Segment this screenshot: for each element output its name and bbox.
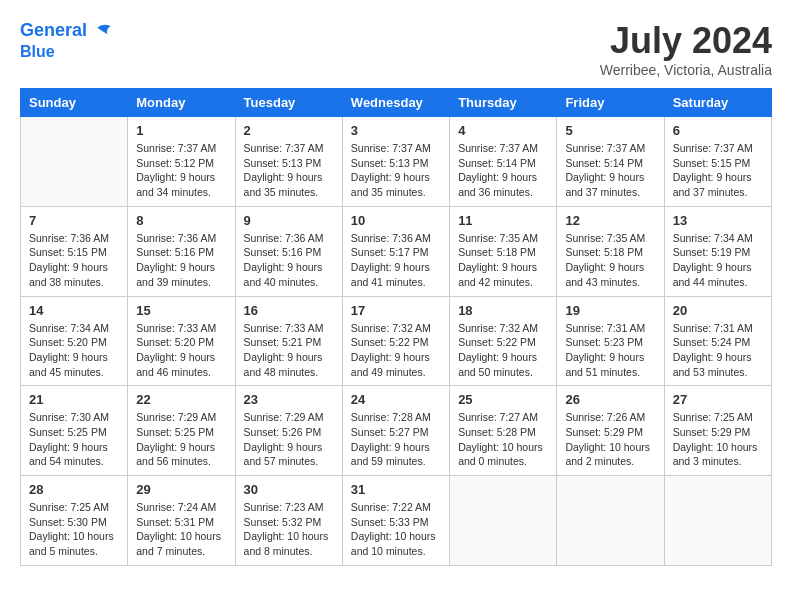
day-number: 22: [136, 392, 226, 407]
calendar-cell: 24Sunrise: 7:28 AMSunset: 5:27 PMDayligh…: [342, 386, 449, 476]
day-number: 7: [29, 213, 119, 228]
calendar-cell: 20Sunrise: 7:31 AMSunset: 5:24 PMDayligh…: [664, 296, 771, 386]
day-info: Sunrise: 7:37 AMSunset: 5:14 PMDaylight:…: [458, 141, 548, 200]
day-number: 23: [244, 392, 334, 407]
day-info: Sunrise: 7:32 AMSunset: 5:22 PMDaylight:…: [351, 321, 441, 380]
day-info: Sunrise: 7:37 AMSunset: 5:13 PMDaylight:…: [244, 141, 334, 200]
calendar-cell: 10Sunrise: 7:36 AMSunset: 5:17 PMDayligh…: [342, 206, 449, 296]
day-number: 8: [136, 213, 226, 228]
day-info: Sunrise: 7:35 AMSunset: 5:18 PMDaylight:…: [565, 231, 655, 290]
calendar-cell: [21, 117, 128, 207]
calendar-cell: 29Sunrise: 7:24 AMSunset: 5:31 PMDayligh…: [128, 476, 235, 566]
calendar-cell: 19Sunrise: 7:31 AMSunset: 5:23 PMDayligh…: [557, 296, 664, 386]
title-block: July 2024 Werribee, Victoria, Australia: [600, 20, 772, 78]
month-title: July 2024: [600, 20, 772, 62]
day-number: 13: [673, 213, 763, 228]
col-header-saturday: Saturday: [664, 89, 771, 117]
calendar-cell: 27Sunrise: 7:25 AMSunset: 5:29 PMDayligh…: [664, 386, 771, 476]
day-number: 20: [673, 303, 763, 318]
calendar-cell: 11Sunrise: 7:35 AMSunset: 5:18 PMDayligh…: [450, 206, 557, 296]
day-info: Sunrise: 7:25 AMSunset: 5:30 PMDaylight:…: [29, 500, 119, 559]
calendar-week-5: 28Sunrise: 7:25 AMSunset: 5:30 PMDayligh…: [21, 476, 772, 566]
day-number: 1: [136, 123, 226, 138]
day-number: 31: [351, 482, 441, 497]
day-info: Sunrise: 7:29 AMSunset: 5:25 PMDaylight:…: [136, 410, 226, 469]
col-header-tuesday: Tuesday: [235, 89, 342, 117]
day-number: 29: [136, 482, 226, 497]
day-info: Sunrise: 7:33 AMSunset: 5:20 PMDaylight:…: [136, 321, 226, 380]
col-header-monday: Monday: [128, 89, 235, 117]
calendar-cell: 3Sunrise: 7:37 AMSunset: 5:13 PMDaylight…: [342, 117, 449, 207]
day-info: Sunrise: 7:36 AMSunset: 5:16 PMDaylight:…: [244, 231, 334, 290]
day-info: Sunrise: 7:23 AMSunset: 5:32 PMDaylight:…: [244, 500, 334, 559]
calendar-cell: 4Sunrise: 7:37 AMSunset: 5:14 PMDaylight…: [450, 117, 557, 207]
day-info: Sunrise: 7:33 AMSunset: 5:21 PMDaylight:…: [244, 321, 334, 380]
calendar-week-3: 14Sunrise: 7:34 AMSunset: 5:20 PMDayligh…: [21, 296, 772, 386]
day-number: 14: [29, 303, 119, 318]
day-number: 16: [244, 303, 334, 318]
day-number: 9: [244, 213, 334, 228]
day-info: Sunrise: 7:36 AMSunset: 5:16 PMDaylight:…: [136, 231, 226, 290]
calendar-cell: 26Sunrise: 7:26 AMSunset: 5:29 PMDayligh…: [557, 386, 664, 476]
logo-general: General: [20, 20, 87, 40]
calendar-cell: 5Sunrise: 7:37 AMSunset: 5:14 PMDaylight…: [557, 117, 664, 207]
col-header-sunday: Sunday: [21, 89, 128, 117]
calendar-cell: [557, 476, 664, 566]
calendar-cell: 1Sunrise: 7:37 AMSunset: 5:12 PMDaylight…: [128, 117, 235, 207]
day-info: Sunrise: 7:27 AMSunset: 5:28 PMDaylight:…: [458, 410, 548, 469]
day-info: Sunrise: 7:24 AMSunset: 5:31 PMDaylight:…: [136, 500, 226, 559]
day-number: 12: [565, 213, 655, 228]
day-info: Sunrise: 7:26 AMSunset: 5:29 PMDaylight:…: [565, 410, 655, 469]
calendar-cell: 23Sunrise: 7:29 AMSunset: 5:26 PMDayligh…: [235, 386, 342, 476]
calendar-cell: [664, 476, 771, 566]
day-number: 24: [351, 392, 441, 407]
col-header-friday: Friday: [557, 89, 664, 117]
calendar-cell: [450, 476, 557, 566]
calendar-cell: 21Sunrise: 7:30 AMSunset: 5:25 PMDayligh…: [21, 386, 128, 476]
day-number: 11: [458, 213, 548, 228]
day-info: Sunrise: 7:31 AMSunset: 5:23 PMDaylight:…: [565, 321, 655, 380]
calendar-cell: 25Sunrise: 7:27 AMSunset: 5:28 PMDayligh…: [450, 386, 557, 476]
day-info: Sunrise: 7:30 AMSunset: 5:25 PMDaylight:…: [29, 410, 119, 469]
day-info: Sunrise: 7:28 AMSunset: 5:27 PMDaylight:…: [351, 410, 441, 469]
day-info: Sunrise: 7:31 AMSunset: 5:24 PMDaylight:…: [673, 321, 763, 380]
day-number: 28: [29, 482, 119, 497]
day-info: Sunrise: 7:37 AMSunset: 5:15 PMDaylight:…: [673, 141, 763, 200]
day-number: 4: [458, 123, 548, 138]
day-info: Sunrise: 7:29 AMSunset: 5:26 PMDaylight:…: [244, 410, 334, 469]
day-number: 26: [565, 392, 655, 407]
logo-blue: Blue: [20, 42, 114, 61]
calendar-cell: 31Sunrise: 7:22 AMSunset: 5:33 PMDayligh…: [342, 476, 449, 566]
calendar-week-2: 7Sunrise: 7:36 AMSunset: 5:15 PMDaylight…: [21, 206, 772, 296]
day-info: Sunrise: 7:35 AMSunset: 5:18 PMDaylight:…: [458, 231, 548, 290]
calendar-cell: 22Sunrise: 7:29 AMSunset: 5:25 PMDayligh…: [128, 386, 235, 476]
day-info: Sunrise: 7:37 AMSunset: 5:12 PMDaylight:…: [136, 141, 226, 200]
calendar-cell: 12Sunrise: 7:35 AMSunset: 5:18 PMDayligh…: [557, 206, 664, 296]
calendar-cell: 15Sunrise: 7:33 AMSunset: 5:20 PMDayligh…: [128, 296, 235, 386]
day-number: 2: [244, 123, 334, 138]
day-info: Sunrise: 7:36 AMSunset: 5:15 PMDaylight:…: [29, 231, 119, 290]
day-number: 15: [136, 303, 226, 318]
day-info: Sunrise: 7:37 AMSunset: 5:13 PMDaylight:…: [351, 141, 441, 200]
day-info: Sunrise: 7:25 AMSunset: 5:29 PMDaylight:…: [673, 410, 763, 469]
day-number: 18: [458, 303, 548, 318]
day-number: 19: [565, 303, 655, 318]
calendar-cell: 16Sunrise: 7:33 AMSunset: 5:21 PMDayligh…: [235, 296, 342, 386]
col-header-thursday: Thursday: [450, 89, 557, 117]
location: Werribee, Victoria, Australia: [600, 62, 772, 78]
calendar-cell: 17Sunrise: 7:32 AMSunset: 5:22 PMDayligh…: [342, 296, 449, 386]
calendar-week-1: 1Sunrise: 7:37 AMSunset: 5:12 PMDaylight…: [21, 117, 772, 207]
calendar-cell: 18Sunrise: 7:32 AMSunset: 5:22 PMDayligh…: [450, 296, 557, 386]
day-info: Sunrise: 7:34 AMSunset: 5:20 PMDaylight:…: [29, 321, 119, 380]
calendar-cell: 28Sunrise: 7:25 AMSunset: 5:30 PMDayligh…: [21, 476, 128, 566]
day-info: Sunrise: 7:34 AMSunset: 5:19 PMDaylight:…: [673, 231, 763, 290]
calendar-cell: 13Sunrise: 7:34 AMSunset: 5:19 PMDayligh…: [664, 206, 771, 296]
day-number: 25: [458, 392, 548, 407]
day-number: 17: [351, 303, 441, 318]
calendar-cell: 30Sunrise: 7:23 AMSunset: 5:32 PMDayligh…: [235, 476, 342, 566]
calendar-cell: 2Sunrise: 7:37 AMSunset: 5:13 PMDaylight…: [235, 117, 342, 207]
day-info: Sunrise: 7:36 AMSunset: 5:17 PMDaylight:…: [351, 231, 441, 290]
calendar-cell: 9Sunrise: 7:36 AMSunset: 5:16 PMDaylight…: [235, 206, 342, 296]
calendar-header-row: SundayMondayTuesdayWednesdayThursdayFrid…: [21, 89, 772, 117]
calendar-cell: 6Sunrise: 7:37 AMSunset: 5:15 PMDaylight…: [664, 117, 771, 207]
